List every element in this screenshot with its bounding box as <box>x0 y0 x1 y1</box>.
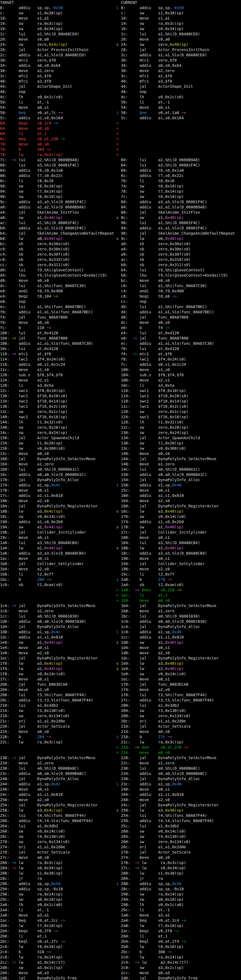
asm-row: 98: sw t6,0x10(sp) 7c: sw t6,0x10(sp) <box>0 194 241 199</box>
asm-text-segment: 0x44(sp) <box>44 640 63 644</box>
asm-text-segment: 94: sw t7,0x14(sp) <box>0 189 63 194</box>
asm-row: 164: move a1,zero 148: move a1,zero <box>0 461 241 467</box>
asm-row: 2b4: beqz v0,2f8 ~> 2ac: beqz v0,2f0 ~> <box>0 928 241 934</box>
asm-text-segment: a0: addiu a2,a2,%lo(D_0600B9A8) <box>0 205 86 209</box>
asm-text-segment: 0x40(sp) <box>165 525 184 529</box>
diff-marker-gutter <box>116 0 121 5</box>
target-cell: 10: move s1,a1 <box>0 16 116 21</box>
target-cell: 2c: addiu a1,a1,%lo(D_80A88CE0) <box>0 52 116 58</box>
diff-marker <box>116 84 121 89</box>
asm-text-segment: 84: addiu t6,s0,0x1a8 <box>0 168 63 173</box>
asm-text-segment: ~> <box>11 960 16 964</box>
diff-marker: i <box>116 629 121 635</box>
diff-marker <box>116 651 121 655</box>
asm-text-segment: 204: sw t3,0x130(s0) <box>121 708 186 713</box>
asm-text-segment: s <box>116 236 118 241</box>
asm-text-segment: c0: lui a1,%hi(func_80A87C30) <box>121 283 207 288</box>
diff-marker: i <box>116 781 121 787</box>
target-cell: 230: ~> jal DynaPolyInfo_SetActorMove <box>0 755 116 760</box>
diff-marker <box>116 530 121 535</box>
asm-text-segment: | <box>116 110 118 115</box>
asm-text-segment: 290: sw ra,0x14(sp) <box>121 892 184 896</box>
target-cell: 24: sw zero,0x4c(sp) <box>0 42 116 47</box>
target-cell <box>0 593 116 598</box>
current-cell: 104: sub.s $f8,$f4,$f6 <box>121 372 241 378</box>
current-cell: 40: mfc1 a3,$f0 <box>121 79 241 84</box>
target-cell: 190: addiu a1,s0,0x2b0 <box>0 519 116 525</box>
asm-text-segment: 1d8: move a2,s0 <box>121 651 170 655</box>
current-cell: 78: sw t7,0x14(sp) <box>121 189 241 194</box>
target-cell: 138: lwc1 $f16,0x2c(s0) <box>0 404 116 409</box>
asm-text-segment: 2b0: lw t7,0x18(sp) <box>0 923 63 928</box>
asm-text-segment: s <box>116 42 118 47</box>
asm-text-segment: 130: sw zero,0x24(sp) <box>121 430 188 435</box>
diff-marker <box>116 336 121 341</box>
asm-row: 8: addiu sp,sp,-0x58i8: addiu sp,sp,-0x5… <box>0 5 241 11</box>
asm-text-segment: 28: jal Actor_ProcessInitChain <box>0 48 88 52</box>
asm-row: a4: jal SkelAnime_InitFlex 88: jal SkelA… <box>0 210 241 215</box>
asm-text-segment: 164: move a1,zero <box>0 462 54 466</box>
asm-row: c8: sb zero,0x310(s0) ac: sb zero,0x310(… <box>0 257 241 262</box>
asm-text-segment: 28c: addiu sp,sp,-0x18 <box>121 887 184 891</box>
asm-text-segment: 244: addiu a1,s1,0x810 <box>121 792 184 797</box>
current-cell <box>121 152 241 158</box>
current-cell: 148: move a1,zero <box>121 461 241 467</box>
asm-row: 14c: sw zero,0x24(sp) 130: sw zero,0x24(… <box>0 430 241 435</box>
asm-row: 214: sw t3,0x130(s0) 204: sw t3,0x130(s0… <box>0 708 241 713</box>
diff-marker <box>116 68 121 73</box>
asm-text-segment: ~> <box>11 861 16 865</box>
asm-text-segment: 1f8: lui t3,%hi(func_80A87F44) <box>121 693 207 697</box>
current-cell: 174: addiu a1,s0,0x2b0 <box>121 519 241 525</box>
asm-text-segment: 140: move a0,s0 <box>121 451 170 456</box>
asm-text-segment: 54: move a0,s1 <box>121 105 170 110</box>
asm-text-segment: c0: sb zero,0x30e(s0) <box>0 247 70 251</box>
asm-text-segment: 17c: addiu a1,s1,0x810 <box>0 493 63 498</box>
asm-text-segment: 16c: addiu a0,a0,%lo(D_06000A1C) <box>0 473 86 477</box>
target-cell: 284: ~> lw s0,0x34(sp) <box>0 865 116 871</box>
asm-text-segment: 114: lwc1 $f10,0x28(s0) <box>121 394 188 398</box>
target-cell: 168: lui a0,%hi(D_06000A1C) <box>0 467 116 472</box>
asm-text-segment: 88: jal SkelAnime_InitFlex <box>121 210 200 215</box>
target-cell: 2d4: move a0,a3 <box>0 970 116 975</box>
target-cell: 29c: sw a0,0x18(sp) <box>0 897 116 902</box>
asm-text-segment: lw s0,0x34(sp) <box>142 866 186 870</box>
asm-row: bc: sh zero,0x30a(s0) a0: sh zero,0x30a(… <box>0 241 241 247</box>
asm-row: 60: beqz v0,1c4 ~>< <box>0 121 241 126</box>
asm-row: 194: sw a1,0x44(sp)s178: sw a1,0x40(sp) <box>0 525 241 530</box>
diff-marker <box>116 886 121 892</box>
diff-marker <box>116 708 121 713</box>
diff-marker <box>116 299 121 304</box>
asm-text-segment: 24c: jal DynaPolyInfo_RegisterActor <box>121 803 219 807</box>
asm-text-segment: lw ra,0x3c(sp) <box>19 861 63 865</box>
asm-text-segment: 1c0: addiu a0,a0,%lo(D_06001830) <box>121 619 207 624</box>
diff-marker <box>116 32 121 37</box>
asm-text-segment: ec: addiu a1,a1,%lo(func_80A87C30) <box>121 341 214 345</box>
asm-text-segment: 1b8: move a1,zero <box>121 609 174 613</box>
target-cell: 120: sub.s $f8,$f4,$f6 <box>0 372 116 378</box>
asm-text-segment: 19c: move a0,s1 <box>0 535 49 540</box>
asm-text-segment: 198: jal Collider_InitCylinder <box>0 530 86 535</box>
target-cell: 20: move s0,a0 <box>0 37 116 42</box>
asm-row: b4: jal SkelAnime_ChangeAnimDefaultRepea… <box>0 231 241 236</box>
diff-marker <box>116 409 121 414</box>
asm-text-segment: < <box>116 126 118 130</box>
target-cell <box>0 750 116 755</box>
current-cell: 2d0: jal DynaPolyInfo_Free <box>121 975 241 980</box>
current-cell: 11c: lwc1 $f16,0x2c(s0) <box>121 404 241 409</box>
diff-marker <box>116 934 121 939</box>
asm-row: 22c: lw ra,0x3c(sp) 21c: lw ra,0x3c(sp) <box>0 740 241 745</box>
target-cell: 12c: swc1 $f8,0x10(sp) <box>0 388 116 393</box>
asm-text-segment: 254: lui t4,%hi(func_80A87F44) <box>121 813 207 818</box>
target-cell: 118: addiu a0,s1,0x1c24 <box>0 362 116 367</box>
asm-text-segment: 26c: ori a1,a1,0x2d0e <box>121 845 186 849</box>
asm-text-segment: 134: jal Actor_SpawnAsChild <box>121 436 200 440</box>
asm-row: 70: move a0,s0< <box>0 142 241 147</box>
asm-text-segment: 184: jal DynaPolyInfo_RegisterActor <box>0 504 98 508</box>
diff-marker: > <box>116 750 121 755</box>
asm-text-segment: f8: move a0,s0 <box>0 320 49 325</box>
asm-text-segment: 1e0: sw a1, <box>0 640 44 644</box>
asm-text-segment: 64: move a0,s0 <box>0 126 49 130</box>
asm-row: 2bc: beql v0,at,2fc ~> 2b4: beql v0,at,2… <box>0 939 241 944</box>
asm-text-segment: -0x50 <box>172 6 184 10</box>
asm-row: fc: b 110 ~> e0: b f4 ~> <box>0 325 241 331</box>
